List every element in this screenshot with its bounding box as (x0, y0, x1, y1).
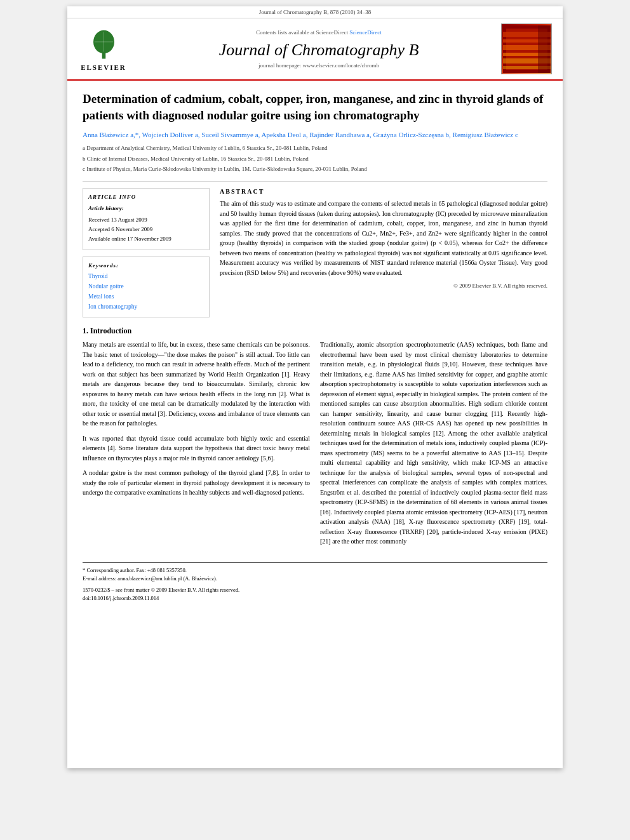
affiliation-b: b Clinic of Internal Diseases, Medical U… (83, 154, 547, 163)
article-history-box: ARTICLE INFO Article history: Received 1… (83, 188, 210, 250)
abstract-title: ABSTRACT (220, 188, 547, 195)
journal-homepage: journal homepage: www.elsevier.com/locat… (140, 62, 498, 69)
doi-line-2: doi:10.1016/j.jchromb.2009.11.014 (83, 594, 547, 603)
body-right-col: Traditionally, atomic absorption spectro… (320, 340, 547, 552)
keyword-metal-ions: Metal ions (88, 291, 204, 302)
info-abstract-section: ARTICLE INFO Article history: Received 1… (83, 188, 547, 317)
authors-text: Anna Błażewicz a,*, Wojciech Dolliver a,… (83, 131, 518, 138)
affiliation-a: a Department of Analytical Chemistry, Me… (83, 143, 547, 152)
body-content: 1. Introduction Many metals are essentia… (83, 326, 547, 603)
sciencedirect-link: Contents lists available at ScienceDirec… (140, 29, 498, 36)
keywords-title: Keywords: (88, 262, 204, 269)
elsevier-text: ELSEVIER (81, 63, 126, 71)
article-content: Determination of cadmium, cobalt, copper… (67, 81, 563, 613)
article-history: Article history: Received 13 August 2009… (88, 204, 204, 244)
keyword-thyroid: Thyroid (88, 271, 204, 281)
journal-cover (501, 23, 552, 74)
received-date: Received 13 August 2009 (88, 217, 147, 223)
elsevier-tree-icon (86, 27, 121, 62)
journal-title: Journal of Chromatography B (140, 41, 498, 60)
journal-citation: Journal of Chromatography B, 878 (2010) … (67, 6, 563, 18)
copyright-notice: © 2009 Elsevier B.V. All rights reserved… (220, 283, 547, 289)
footnote-corresponding: * Corresponding author. Fax: +48 081 535… (83, 566, 547, 575)
available-online-date: Available online 17 November 2009 (88, 236, 171, 242)
body-para-right-1: Traditionally, atomic absorption spectro… (320, 340, 547, 547)
keywords-box: Keywords: Thyroid Nodular goitre Metal i… (83, 257, 210, 318)
sciencedirect-url[interactable]: ScienceDirect (349, 29, 381, 36)
authors-line: Anna Błażewicz a,*, Wojciech Dolliver a,… (83, 131, 547, 138)
abstract-text: The aim of this study was to estimate an… (220, 199, 547, 277)
article-title: Determination of cadmium, cobalt, copper… (83, 91, 547, 123)
body-left-col: Many metals are essential to life, but i… (83, 340, 310, 552)
accepted-date: Accepted 6 November 2009 (88, 226, 152, 232)
article-info-panel: ARTICLE INFO Article history: Received 1… (83, 188, 210, 317)
affiliations: a Department of Analytical Chemistry, Me… (83, 143, 547, 173)
abstract-section: ABSTRACT The aim of this study was to es… (220, 188, 547, 317)
body-para-3: A nodular goitre is the most common path… (83, 468, 310, 498)
article-info-title: ARTICLE INFO (88, 194, 204, 200)
journal-header: ELSEVIER Contents lists available at Sci… (67, 18, 563, 81)
body-para-1: Many metals are essential to life, but i… (83, 340, 310, 429)
keyword-nodular-goitre: Nodular goitre (88, 281, 204, 291)
section-1-heading: 1. Introduction (83, 326, 547, 336)
doi-line-1: 1570-0232/$ – see front matter © 2009 El… (83, 586, 547, 595)
keyword-ion-chromatography: Ion chromatography (88, 302, 204, 312)
history-label: Article history: (88, 204, 204, 213)
divider-1 (83, 181, 547, 182)
svg-rect-13 (538, 25, 551, 73)
journal-info: Contents lists available at ScienceDirec… (140, 23, 498, 74)
page: Journal of Chromatography B, 878 (2010) … (67, 6, 563, 768)
affiliation-c: c Institute of Physics, Maria Curie-Skło… (83, 164, 547, 173)
elsevier-logo: ELSEVIER (75, 23, 132, 74)
svg-point-4 (102, 55, 105, 58)
body-para-2: It was reported that thyroid tissue coul… (83, 434, 310, 463)
footnote-email: E-mail address: anna.blazewicz@am.lublin… (83, 575, 547, 583)
cover-image (498, 23, 555, 74)
body-two-col: Many metals are essential to life, but i… (83, 340, 547, 552)
footnote-section: * Corresponding author. Fax: +48 081 535… (83, 562, 547, 603)
